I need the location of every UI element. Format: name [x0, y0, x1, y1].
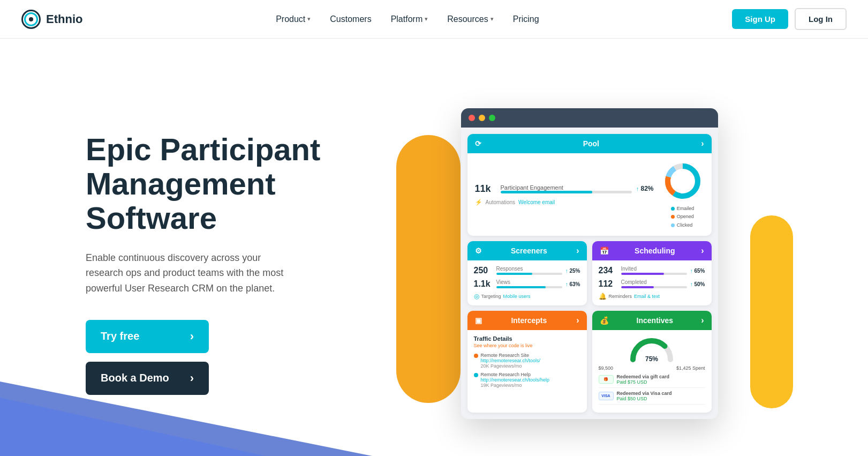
- scheduling-title: Scheduling: [635, 246, 675, 255]
- invited-bar-fill: [621, 273, 664, 275]
- views-info: Views: [496, 279, 562, 289]
- traffic-dot-1: [474, 354, 478, 358]
- invited-pct: ↑ 65%: [690, 268, 705, 274]
- incentives-title: Incentives: [637, 316, 673, 325]
- nav-customers[interactable]: Customers: [330, 14, 371, 24]
- nav-product[interactable]: Product ▾: [276, 14, 311, 24]
- pool-chevron-icon: ›: [701, 139, 704, 148]
- hero-content: Epic Participant Management Software Ena…: [86, 132, 343, 395]
- visa-card-icon: VISA: [599, 392, 614, 400]
- legend-opened-dot: [671, 215, 675, 219]
- nav-platform[interactable]: Platform ▾: [391, 14, 428, 24]
- incentives-section: 💰 Incentives › 75%: [592, 311, 712, 413]
- window-minimize-dot: [479, 115, 485, 121]
- book-demo-button[interactable]: Book a Demo ›: [86, 362, 209, 395]
- views-pct: ↑ 63%: [565, 281, 580, 287]
- pool-bar: [501, 191, 632, 193]
- views-bar-fill: [496, 286, 546, 288]
- targeting-link[interactable]: Mobile users: [503, 294, 531, 299]
- try-free-arrow-icon: ›: [190, 330, 194, 343]
- traffic-info-2: Remote Research Help http://remoteresear…: [481, 372, 550, 388]
- views-bar: [496, 286, 562, 288]
- responses-count: 250: [474, 266, 493, 275]
- resources-chevron-icon: ▾: [490, 16, 494, 23]
- responses-pct: ↑ 25%: [565, 268, 580, 274]
- scheduling-chevron-icon: ›: [701, 246, 704, 256]
- product-chevron-icon: ▾: [307, 16, 311, 23]
- intercepts-header: ▣ Intercepts ›: [467, 311, 587, 330]
- intercepts-title: Intercepts: [511, 316, 547, 325]
- traffic-sub: See where your code is live: [474, 343, 580, 348]
- pool-count: 11k: [475, 183, 496, 195]
- screeners-title: Screeners: [511, 246, 547, 255]
- gauge-wrapper: 75%: [599, 335, 705, 362]
- pool-body: 11k Participant Engagement ↑ 82%: [467, 153, 712, 236]
- window-close-dot: [469, 115, 475, 121]
- intercepts-body: Traffic Details See where your code is l…: [467, 330, 587, 397]
- incentives-header: 💰 Incentives ›: [592, 311, 712, 330]
- nav-actions: Sign Up Log In: [732, 8, 847, 30]
- responses-bar: [496, 273, 562, 275]
- completed-info: Completed: [621, 279, 687, 289]
- try-free-button[interactable]: Try free ›: [86, 320, 209, 353]
- reminders-label: Reminders: [609, 294, 632, 299]
- traffic-site-2: Remote Research Help http://remoteresear…: [474, 372, 580, 388]
- automations-label: Automations: [486, 199, 516, 205]
- navigation: Ethnio Product ▾ Customers Platform ▾ Re…: [0, 0, 868, 39]
- total-amount: $9,500: [599, 365, 614, 371]
- incentives-chevron-icon: ›: [701, 316, 704, 325]
- incentives-amounts: $9,500 $1,425 Spent: [599, 365, 705, 371]
- pool-title: Pool: [583, 139, 599, 148]
- completed-pct: ↑ 50%: [690, 281, 705, 287]
- window-maximize-dot: [489, 115, 495, 121]
- legend-emailed: Emailed: [671, 205, 695, 213]
- pool-header: ⟳ Pool ›: [467, 134, 712, 153]
- signup-button[interactable]: Sign Up: [732, 9, 788, 29]
- screeners-body: 250 Responses ↑ 25% 1.1k: [467, 260, 587, 305]
- incentives-gauge: 75%: [628, 335, 676, 362]
- incentives-body: 75% $9,500 $1,425 Spent 🎁: [592, 330, 712, 413]
- logo-icon: [21, 10, 41, 29]
- login-button[interactable]: Log In: [795, 8, 847, 30]
- spent-amount: $1,425 Spent: [676, 365, 705, 371]
- screeners-header: ⚙ Screeners ›: [467, 241, 587, 260]
- legend-opened: Opened: [671, 213, 695, 221]
- dashboard-card: ⟳ Pool › 11k Participant Engagement: [461, 108, 718, 419]
- automations-link[interactable]: Welcome email: [518, 199, 555, 205]
- views-stat: 1.1k Views ↑ 63%: [474, 279, 580, 289]
- invited-bar: [621, 273, 687, 275]
- completed-bar-fill: [621, 286, 654, 288]
- dashboard-body: ⟳ Pool › 11k Participant Engagement: [461, 128, 718, 419]
- invited-info: Invited: [621, 266, 687, 276]
- pool-icon: ⟳: [475, 139, 481, 148]
- gift-card-icon: 🎁: [599, 375, 614, 384]
- incentives-rows: 🎁 Redeemed via gift card Paid $75 USD VI…: [599, 374, 705, 405]
- traffic-dot-2: [474, 373, 478, 377]
- scheduling-body: 234 Invited ↑ 65% 112: [592, 260, 712, 305]
- nav-resources[interactable]: Resources ▾: [447, 14, 493, 24]
- reminders-icon: 🔔: [599, 293, 607, 300]
- legend-clicked-dot: [671, 223, 675, 227]
- screeners-section: ⚙ Screeners › 250 Responses: [467, 241, 587, 305]
- pool-pct: ↑ 82%: [636, 185, 654, 192]
- logo[interactable]: Ethnio: [21, 10, 82, 29]
- donut-legend: Emailed Opened Clicked: [671, 205, 695, 229]
- nav-pricing[interactable]: Pricing: [513, 14, 539, 24]
- incentives-row-2-info: Redeemed via Visa card Paid $50 USD: [617, 391, 705, 401]
- reminders-link[interactable]: Email & text: [634, 294, 660, 299]
- invited-count: 234: [599, 266, 618, 275]
- pool-label: Participant Engagement: [501, 184, 632, 191]
- legend-clicked: Clicked: [671, 221, 695, 229]
- incentives-row-2: VISA Redeemed via Visa card Paid $50 USD: [599, 391, 705, 405]
- svg-text:75%: 75%: [645, 355, 658, 362]
- intercepts-icon: ▣: [475, 316, 482, 325]
- incentives-row-1-info: Redeemed via gift card Paid $75 USD: [617, 374, 705, 385]
- targeting-footer: ◎ Targeting Mobile users: [474, 293, 580, 300]
- completed-stat: 112 Completed ↑ 50%: [599, 279, 705, 289]
- responses-bar-fill: [496, 273, 533, 275]
- hero-section: Epic Participant Management Software Ena…: [0, 39, 868, 456]
- completed-bar: [621, 286, 687, 288]
- book-demo-arrow-icon: ›: [190, 371, 194, 385]
- traffic-site-1: Remote Research Site http://remoteresear…: [474, 353, 580, 369]
- pool-section: ⟳ Pool › 11k Participant Engagement: [467, 134, 712, 236]
